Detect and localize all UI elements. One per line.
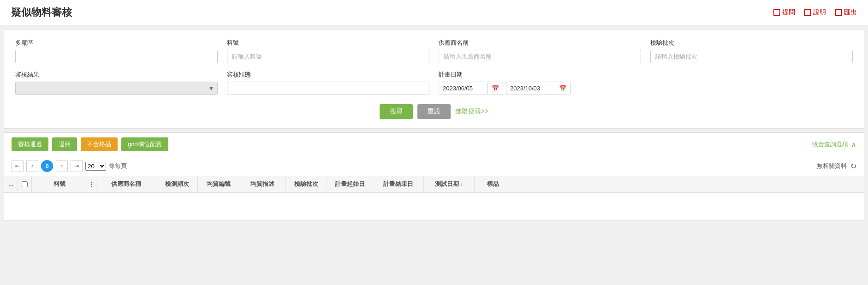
toolbar-right[interactable]: 收合查詢選項 ∧ (812, 140, 856, 149)
test-date-sort-icon: ↓ (460, 181, 463, 187)
th-dots[interactable]: ⋮ (87, 176, 96, 192)
audit-status-label: 審核狀態 (227, 71, 429, 79)
search-grid: 多廠區 料號 供應商名稱 檢驗批次 審核結果 (15, 39, 853, 95)
collapse-label: 收合查詢選項 (812, 140, 848, 148)
reset-button[interactable]: 重設 (417, 104, 451, 119)
date-from-calendar-button[interactable]: 📅 (488, 83, 503, 94)
th-ellipsis[interactable]: ... (4, 176, 18, 192)
header-actions: 提問 說明 匯出 (773, 8, 857, 17)
batch-input[interactable] (650, 50, 853, 63)
page-size-wrap: 10 20 50 100 ▼ (85, 162, 106, 171)
next-page-button[interactable]: › (56, 160, 68, 172)
per-page-label: 條每頁 (109, 162, 127, 170)
search-button[interactable]: 搜尋 (380, 104, 413, 119)
export-label: 匯出 (844, 8, 857, 17)
th-part-number[interactable]: 料號 (32, 176, 87, 192)
date-from-input[interactable] (439, 82, 488, 95)
table-toolbar: 審核通過 退回 不合格品 grid欄位配置 收合查詢選項 ∧ (4, 133, 864, 156)
audit-result-select[interactable]: 通過 退回 不合格品 (15, 82, 218, 95)
th-test-date[interactable]: 測試日期 ↓ (424, 176, 475, 192)
table-body (4, 193, 864, 220)
search-panel: 多廠區 料號 供應商名稱 檢驗批次 審核結果 (4, 29, 864, 129)
th-batch[interactable]: 檢驗批次 (285, 176, 327, 192)
supplier-field-group: 供應商名稱 (439, 39, 641, 63)
export-action[interactable]: 匯出 (835, 8, 857, 17)
advanced-search-link[interactable]: 進階搜尋>> (455, 107, 488, 116)
audit-status-input[interactable] (227, 82, 429, 95)
audit-result-field-group: 審核結果 通過 退回 不合格品 ▼ (15, 71, 218, 95)
date-to-input[interactable] (506, 82, 555, 95)
pagination-row: ⇤ ‹ 0 › ⇥ 10 20 50 100 ▼ 條每頁 無相關資料 (4, 156, 864, 176)
top-header: 疑似物料審核 提問 說明 匯出 (0, 0, 868, 25)
batch-field-group: 檢驗批次 (650, 39, 853, 63)
approve-button[interactable]: 審核通過 (12, 137, 48, 151)
date-to-wrap: 📅 (506, 82, 571, 95)
th-plan-start[interactable]: 計畫起始日 (327, 176, 373, 192)
reject-button[interactable]: 不合格品 (81, 137, 118, 151)
table-section: 審核通過 退回 不合格品 grid欄位配置 收合查詢選項 ∧ ⇤ ‹ 0 › ⇥… (4, 132, 864, 221)
audit-status-field-group: 審核狀態 (227, 71, 429, 95)
help-label: 說明 (813, 8, 826, 17)
th-freq[interactable]: 檢測頻次 (156, 176, 198, 192)
part-number-field-group: 料號 (227, 39, 429, 63)
refresh-button[interactable]: ↻ (850, 162, 856, 171)
date-from-wrap: 📅 (439, 82, 503, 95)
th-sample[interactable]: 樣品 (475, 176, 511, 192)
tip-label: 提問 (782, 8, 795, 17)
return-button[interactable]: 退回 (52, 137, 77, 151)
th-plan-end[interactable]: 計畫結束日 (373, 176, 424, 192)
audit-result-select-wrapper: 通過 退回 不合格品 ▼ (15, 82, 218, 95)
export-checkbox[interactable] (835, 9, 842, 16)
th-homo-code[interactable]: 均質編號 (198, 176, 239, 192)
factory-input[interactable] (15, 50, 218, 63)
last-page-button[interactable]: ⇥ (71, 160, 83, 172)
page-size-select[interactable]: 10 20 50 100 (85, 162, 106, 171)
th-homo-desc[interactable]: 均質描述 (239, 176, 285, 192)
toolbar-left: 審核通過 退回 不合格品 grid欄位配置 (12, 137, 168, 151)
no-data-label: 無相關資料 (817, 162, 847, 170)
search-actions: 搜尋 重設 進階搜尋>> (15, 104, 853, 119)
supplier-input[interactable] (439, 50, 641, 63)
factory-field-group: 多廠區 (15, 39, 218, 63)
supplier-label: 供應商名稱 (439, 39, 641, 47)
help-checkbox[interactable] (804, 9, 811, 16)
th-checkbox[interactable] (18, 176, 32, 192)
plan-date-field-group: 計畫日期 📅 📅 (439, 71, 853, 95)
part-number-label: 料號 (227, 39, 429, 47)
tip-action[interactable]: 提問 (773, 8, 795, 17)
part-number-input[interactable] (227, 50, 429, 63)
batch-label: 檢驗批次 (650, 39, 853, 47)
first-page-button[interactable]: ⇤ (12, 160, 24, 172)
factory-label: 多廠區 (15, 39, 218, 47)
help-action[interactable]: 說明 (804, 8, 826, 17)
pagination-right: 無相關資料 ↻ (817, 162, 856, 171)
plan-date-label: 計畫日期 (439, 71, 853, 79)
page-wrapper: 疑似物料審核 提問 說明 匯出 多廠區 (0, 0, 868, 285)
tip-checkbox[interactable] (773, 9, 780, 16)
current-page-indicator: 0 (41, 160, 53, 172)
date-inputs: 📅 📅 (439, 82, 853, 95)
th-supplier[interactable]: 供應商名稱 (96, 176, 156, 192)
date-to-calendar-button[interactable]: 📅 (555, 83, 570, 94)
table-header: ... 料號 ⋮ 供應商名稱 檢測頻次 均質編號 均質描述 檢驗批次 計畫起始日… (4, 176, 864, 193)
pagination-left: ⇤ ‹ 0 › ⇥ 10 20 50 100 ▼ 條每頁 (12, 160, 127, 172)
prev-page-button[interactable]: ‹ (26, 160, 38, 172)
select-all-checkbox[interactable] (22, 181, 28, 187)
grid-config-button[interactable]: grid欄位配置 (121, 137, 168, 151)
audit-result-label: 審核結果 (15, 71, 218, 79)
collapse-icon: ∧ (851, 140, 856, 149)
page-title: 疑似物料審核 (11, 6, 72, 19)
